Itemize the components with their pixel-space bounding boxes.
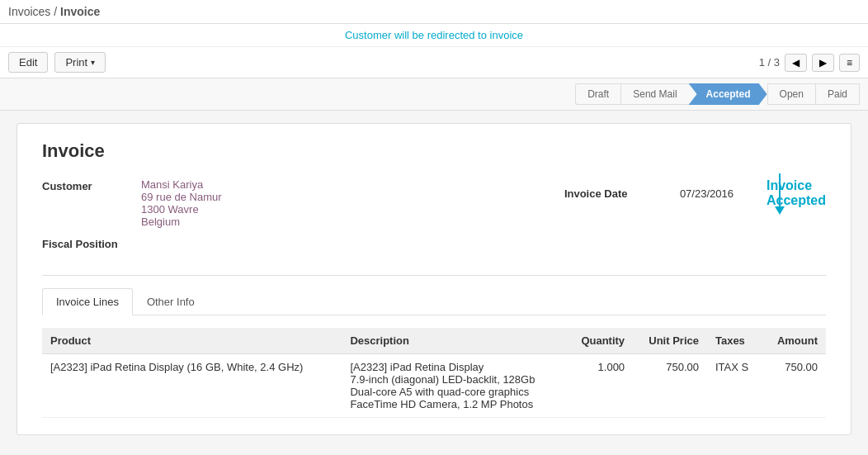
section-divider bbox=[42, 275, 826, 276]
edit-button[interactable]: Edit bbox=[8, 52, 48, 73]
pagination: 1 / 3 ◀ ▶ ≡ bbox=[759, 54, 860, 72]
row-product: [A2323] iPad Retina Display (16 GB, Whit… bbox=[42, 354, 342, 418]
col-product: Product bbox=[42, 328, 342, 354]
status-paid[interactable]: Paid bbox=[815, 83, 860, 105]
col-amount: Amount bbox=[762, 328, 826, 354]
col-quantity: Quantity bbox=[566, 328, 633, 354]
fiscal-position-label: Fiscal Position bbox=[42, 236, 141, 250]
menu-button[interactable]: ≡ bbox=[839, 54, 860, 72]
status-bar: Draft Send Mail Accepted Open Paid bbox=[0, 78, 868, 111]
status-draft[interactable]: Draft bbox=[575, 83, 620, 105]
status-send-mail[interactable]: Send Mail bbox=[620, 83, 688, 105]
main-content: Invoice Customer Mansi Kariya 69 rue de … bbox=[0, 111, 868, 448]
invoice-date-value: 07/23/2016 bbox=[680, 187, 734, 200]
col-unit-price: Unit Price bbox=[633, 328, 707, 354]
redirect-notice: Customer will be redirected to invoice bbox=[0, 24, 868, 47]
status-open[interactable]: Open bbox=[767, 83, 815, 105]
invoice-right: Invoice Date 07/23/2016 Invoice Accepted bbox=[564, 178, 826, 258]
toolbar: Edit Print 1 / 3 ◀ ▶ ≡ bbox=[0, 47, 868, 78]
row-unit-price: 750.00 bbox=[633, 354, 707, 418]
table-row: [A2323] iPad Retina Display (16 GB, Whit… bbox=[42, 354, 826, 418]
row-description: [A2323] iPad Retina Display 7.9-inch (di… bbox=[342, 354, 566, 418]
top-bar: Invoices / Invoice bbox=[0, 0, 868, 24]
breadcrumb-parent[interactable]: Invoices bbox=[8, 5, 50, 18]
invoice-header: Customer Mansi Kariya 69 rue de Namur 13… bbox=[42, 178, 826, 258]
customer-field: Customer Mansi Kariya 69 rue de Namur 13… bbox=[42, 178, 531, 228]
customer-value[interactable]: Mansi Kariya 69 rue de Namur 1300 Wavre … bbox=[141, 178, 222, 228]
arrow-annotation bbox=[775, 173, 785, 215]
print-button[interactable]: Print bbox=[54, 52, 106, 73]
col-taxes: Taxes bbox=[707, 328, 762, 354]
invoice-title: Invoice bbox=[42, 140, 826, 162]
row-amount: 750.00 bbox=[762, 354, 826, 418]
tab-other-info[interactable]: Other Info bbox=[133, 288, 209, 315]
next-button[interactable]: ▶ bbox=[812, 54, 834, 72]
breadcrumb: Invoices / Invoice bbox=[8, 5, 100, 18]
customer-label: Customer bbox=[42, 178, 141, 192]
table-header-row: Product Description Quantity Unit Price … bbox=[42, 328, 826, 354]
invoice-date-row: Invoice Date 07/23/2016 Invoice Accepted bbox=[564, 178, 826, 208]
prev-button[interactable]: ◀ bbox=[785, 54, 807, 72]
tabs: Invoice Lines Other Info bbox=[42, 288, 826, 315]
invoice-left: Customer Mansi Kariya 69 rue de Namur 13… bbox=[42, 178, 531, 258]
fiscal-position-field: Fiscal Position bbox=[42, 236, 531, 250]
status-accepted[interactable]: Accepted bbox=[689, 83, 767, 105]
breadcrumb-current: Invoice bbox=[60, 5, 100, 18]
tab-invoice-lines[interactable]: Invoice Lines bbox=[42, 288, 133, 315]
row-quantity: 1.000 bbox=[566, 354, 633, 418]
col-description: Description bbox=[342, 328, 566, 354]
description-text: [A2323] iPad Retina Display 7.9-inch (di… bbox=[350, 361, 535, 410]
invoice-date-label: Invoice Date bbox=[564, 187, 663, 200]
row-taxes: ITAX S bbox=[707, 354, 762, 418]
invoice-card: Invoice Customer Mansi Kariya 69 rue de … bbox=[17, 123, 851, 435]
invoice-table: Product Description Quantity Unit Price … bbox=[42, 328, 826, 418]
breadcrumb-separator: / bbox=[54, 5, 60, 18]
